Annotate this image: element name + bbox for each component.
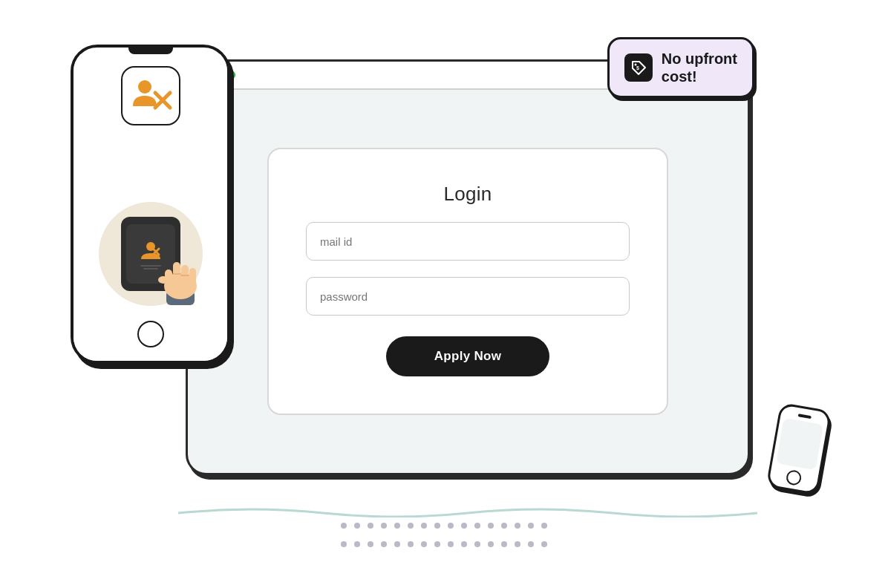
phone-small-right <box>766 402 832 495</box>
dollar-tag-icon: $ <box>624 53 653 82</box>
scene: + + ✦ ✦ + ✦ Login Apply Now <box>0 0 888 588</box>
dot <box>488 523 494 529</box>
dot <box>541 541 547 547</box>
badge-line2: cost! <box>662 68 737 85</box>
dot <box>341 541 347 547</box>
phone-home-button[interactable] <box>137 321 164 347</box>
app-icon-box <box>121 66 180 125</box>
dot <box>354 523 360 529</box>
laptop-frame: Login Apply Now <box>186 59 750 475</box>
dot <box>434 541 440 547</box>
dot <box>394 541 400 547</box>
laptop-content: Login Apply Now <box>188 90 748 473</box>
dot <box>448 523 454 529</box>
dot <box>394 523 400 529</box>
apply-now-button[interactable]: Apply Now <box>386 336 549 376</box>
dot <box>474 523 480 529</box>
dot <box>408 523 414 529</box>
dot <box>528 541 534 547</box>
dot <box>434 523 440 529</box>
svg-point-12 <box>158 276 169 284</box>
hand-pointer-icon <box>153 247 205 310</box>
dot <box>368 523 373 529</box>
dots-row-1 <box>341 523 547 529</box>
svg-point-0 <box>138 80 151 94</box>
no-upfront-cost-badge: $ No upfront cost! <box>607 37 754 98</box>
badge-line1: No upfront <box>662 50 737 68</box>
dot <box>354 541 360 547</box>
phone-inner <box>74 54 227 361</box>
dot <box>461 523 467 529</box>
dot <box>381 523 387 529</box>
svg-rect-10 <box>189 268 196 286</box>
dot <box>421 523 427 529</box>
dot <box>501 541 507 547</box>
dot <box>515 523 520 529</box>
password-input[interactable] <box>306 277 630 316</box>
dot <box>474 541 480 547</box>
dot <box>341 523 347 529</box>
dot <box>515 541 520 547</box>
dot <box>421 541 427 547</box>
badge-text: No upfront cost! <box>662 50 737 85</box>
dot <box>368 541 373 547</box>
dot <box>541 523 547 529</box>
phone-left <box>71 45 230 364</box>
dot <box>408 541 414 547</box>
dot <box>528 523 534 529</box>
wavy-underline <box>178 504 757 517</box>
email-input[interactable] <box>306 222 630 261</box>
dot <box>488 541 494 547</box>
svg-text:$: $ <box>636 65 639 71</box>
dot <box>381 541 387 547</box>
login-card: Login Apply Now <box>267 148 668 415</box>
app-logo-icon <box>128 74 173 118</box>
login-title: Login <box>443 183 492 206</box>
phone-notch <box>128 48 173 54</box>
dot <box>448 541 454 547</box>
phone-illustration <box>84 133 217 313</box>
dots-row-2 <box>341 541 547 547</box>
dot <box>501 523 507 529</box>
dot <box>461 541 467 547</box>
